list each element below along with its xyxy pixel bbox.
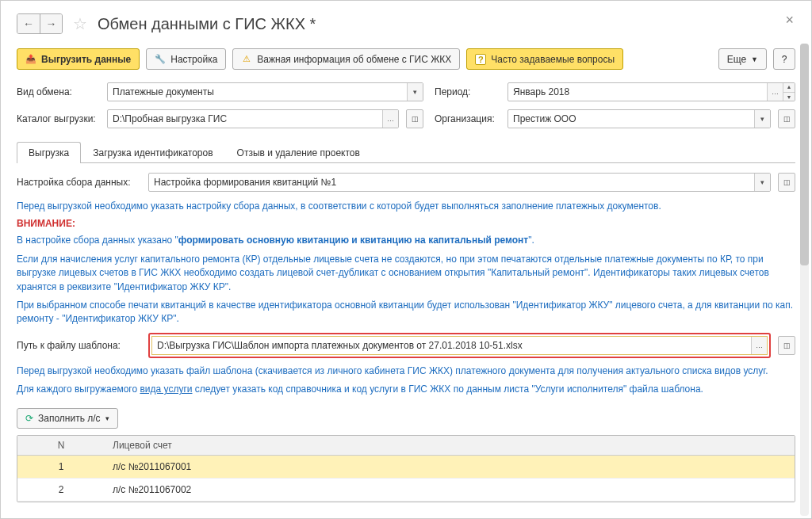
- period-spinner[interactable]: ▲ ▼: [783, 82, 795, 101]
- fill-label: Заполнить л/с: [38, 413, 101, 424]
- org-value: Престиж ООО: [508, 113, 754, 124]
- tab-label: Отзыв и удаление проектов: [237, 147, 360, 158]
- info-p1c: ".: [528, 235, 534, 246]
- refresh-icon: ⟳: [25, 413, 33, 424]
- dropdown-icon[interactable]: ▾: [754, 174, 770, 191]
- favorite-star-icon[interactable]: ☆: [73, 14, 87, 33]
- cell-account: л/с №2011067001: [105, 456, 795, 478]
- accounts-table: N Лицевой счет 1 л/с №2011067001 2 л/с №…: [17, 435, 795, 502]
- tab-load-ids[interactable]: Загрузка идентификаторов: [81, 142, 224, 163]
- info-p1a: В настройке сбора данных указано ": [17, 235, 178, 246]
- ellipsis-button[interactable]: …: [382, 110, 398, 128]
- period-value: Январь 2018: [508, 86, 767, 97]
- chevron-down-icon: ▼: [751, 55, 758, 63]
- nav-forward-button[interactable]: →: [40, 14, 62, 33]
- export-icon: 📤: [25, 54, 36, 65]
- info-services-a: Для каждого выгружаемого: [17, 384, 140, 395]
- dropdown-icon[interactable]: ▾: [407, 83, 423, 101]
- org-select[interactable]: Престиж ООО ▾: [508, 109, 771, 128]
- template-label: Путь к файлу шаблона:: [17, 340, 144, 351]
- attention-label: ВНИМАНИЕ:: [17, 218, 795, 229]
- question-icon: ?: [475, 54, 486, 65]
- table-header: N Лицевой счет: [17, 436, 795, 456]
- toolbar: 📤 Выгрузить данные 🔧 Настройка ⚠ Важная …: [17, 48, 795, 70]
- fill-accounts-button[interactable]: ⟳ Заполнить л/с ▾: [17, 408, 118, 429]
- warning-icon: ⚠: [241, 54, 252, 65]
- exchange-type-value: Платежные документы: [108, 86, 407, 97]
- export-button[interactable]: 📤 Выгрузить данные: [17, 48, 140, 70]
- nav-arrows: ← →: [17, 13, 63, 34]
- dropdown-icon[interactable]: ▾: [754, 110, 770, 128]
- table-row[interactable]: 2 л/с №2011067002: [17, 479, 795, 502]
- vertical-scrollbar[interactable]: [800, 44, 809, 516]
- important-info-button[interactable]: ⚠ Важная информация об обмене с ГИС ЖКХ: [232, 48, 460, 70]
- form-top: Вид обмена: Платежные документы ▾ Катало…: [17, 82, 795, 136]
- table-row[interactable]: 1 л/с №2011067001: [17, 456, 795, 479]
- close-button[interactable]: ×: [785, 12, 794, 29]
- title-bar: ← → ☆ Обмен данными с ГИС ЖКХ *: [17, 13, 795, 34]
- spinner-down-icon[interactable]: ▼: [783, 92, 795, 102]
- open-external-button[interactable]: ◫: [778, 109, 795, 128]
- tab-export[interactable]: Выгрузка: [17, 142, 81, 163]
- catalog-value: D:\Пробная выгрузка ГИС: [108, 113, 382, 124]
- template-path-highlight: D:\Выгрузка ГИС\Шаблон импорта платежных…: [148, 333, 771, 358]
- tab-recall[interactable]: Отзыв и удаление проектов: [225, 142, 372, 163]
- catalog-label: Каталог выгрузки:: [17, 113, 102, 124]
- export-label: Выгрузить данные: [41, 54, 131, 65]
- help-label: ?: [782, 54, 787, 65]
- exchange-type-label: Вид обмена:: [17, 86, 102, 97]
- tabs: Выгрузка Загрузка идентификаторов Отзыв …: [17, 141, 795, 163]
- nav-back-button[interactable]: ←: [17, 14, 40, 33]
- cell-n: 2: [17, 479, 105, 501]
- info-before-export: Перед выгрузкой необходимо указать настр…: [17, 200, 795, 213]
- template-row: Путь к файлу шаблона: D:\Выгрузка ГИС\Ша…: [17, 333, 795, 358]
- info-after-template: Перед выгрузкой необходимо указать файл …: [17, 364, 795, 378]
- period-input[interactable]: Январь 2018 … ▲ ▼: [508, 82, 795, 101]
- faq-button[interactable]: ? Часто задаваемые вопросы: [466, 48, 623, 70]
- chevron-down-icon: ▾: [105, 414, 109, 422]
- more-button[interactable]: Еще ▼: [718, 48, 767, 70]
- info-p1: В настройке сбора данных указано "формир…: [17, 234, 795, 247]
- page-title: Обмен данными с ГИС ЖКХ *: [98, 15, 316, 33]
- ellipsis-button[interactable]: …: [751, 337, 767, 354]
- period-label: Период:: [435, 86, 503, 97]
- exchange-type-select[interactable]: Платежные документы ▾: [107, 82, 423, 101]
- ellipsis-button[interactable]: …: [767, 83, 783, 101]
- open-external-button[interactable]: ◫: [778, 336, 795, 355]
- info-p1b: формировать основную квитанцию и квитанц…: [178, 235, 528, 246]
- scroll-thumb[interactable]: [800, 44, 809, 265]
- tab-label: Загрузка идентификаторов: [93, 147, 213, 158]
- collect-label: Настройка сбора данных:: [17, 177, 144, 188]
- open-external-button[interactable]: ◫: [406, 109, 423, 128]
- collect-settings-row: Настройка сбора данных: Настройка формир…: [17, 173, 795, 192]
- cell-n: 1: [17, 456, 105, 478]
- settings-label: Настройка: [170, 54, 217, 65]
- help-button[interactable]: ?: [773, 48, 795, 70]
- open-external-button[interactable]: ◫: [778, 173, 795, 192]
- wrench-icon: 🔧: [155, 54, 166, 65]
- col-account: Лицевой счет: [105, 436, 795, 455]
- collect-select[interactable]: Настройка формирования квитанций №1 ▾: [148, 173, 771, 192]
- important-label: Важная информация об обмене с ГИС ЖКХ: [257, 54, 451, 65]
- spinner-up-icon[interactable]: ▲: [783, 82, 795, 92]
- faq-label: Часто задаваемые вопросы: [491, 54, 615, 65]
- org-label: Организация:: [435, 113, 503, 124]
- catalog-input[interactable]: D:\Пробная выгрузка ГИС …: [107, 109, 399, 128]
- info-p3: При выбранном способе печати квитанций в…: [17, 299, 795, 326]
- col-n: N: [17, 436, 105, 455]
- info-services-b: следует указать код справочника и код ус…: [193, 384, 703, 395]
- more-label: Еще: [727, 54, 746, 65]
- info-p2: Если для начисления услуг капитального р…: [17, 253, 795, 294]
- tab-label: Выгрузка: [29, 147, 69, 158]
- settings-button[interactable]: 🔧 Настройка: [146, 48, 226, 70]
- template-input[interactable]: D:\Выгрузка ГИС\Шаблон импорта платежных…: [151, 336, 768, 355]
- app-window: ← → ☆ Обмен данными с ГИС ЖКХ * × 📤 Выгр…: [0, 0, 812, 519]
- service-type-link[interactable]: вида услуги: [140, 384, 192, 395]
- template-value: D:\Выгрузка ГИС\Шаблон импорта платежных…: [152, 340, 751, 351]
- info-services: Для каждого выгружаемого вида услуги сле…: [17, 383, 795, 396]
- cell-account: л/с №2011067002: [105, 479, 795, 501]
- collect-value: Настройка формирования квитанций №1: [149, 177, 754, 188]
